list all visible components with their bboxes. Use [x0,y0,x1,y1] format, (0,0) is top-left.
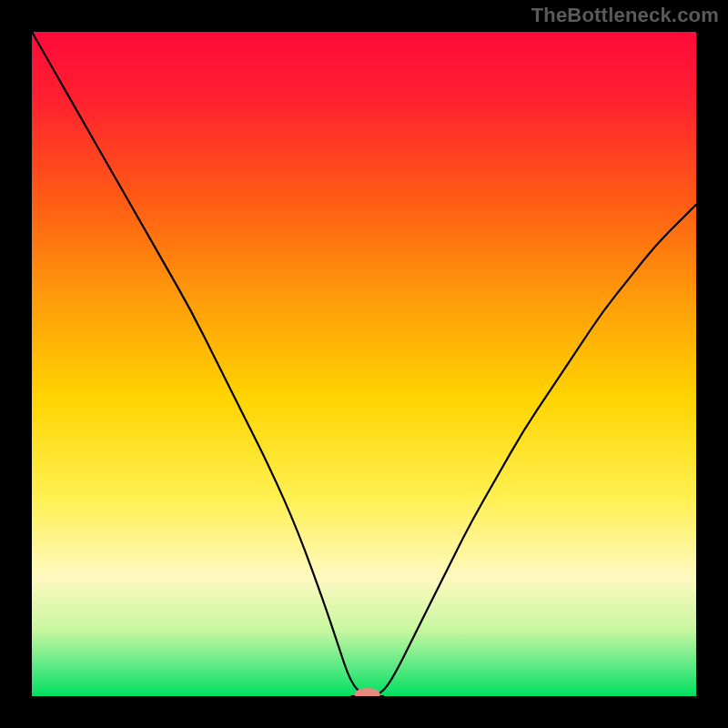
plot-area [32,32,696,696]
watermark-text: TheBottleneck.com [531,4,719,27]
svg-rect-0 [32,32,696,696]
chart-frame: TheBottleneck.com [0,0,728,728]
gradient-background [32,32,696,696]
